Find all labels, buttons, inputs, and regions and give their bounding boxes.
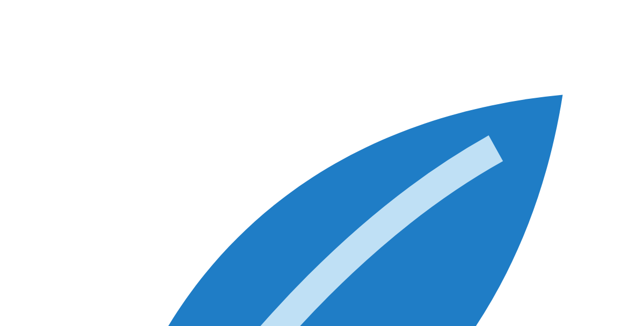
magpie-window: Magpie 主页 缩放模式 配置文件 默认 新建配置 (1, 1, 643, 326)
screenshot-gradient-border: Magpie 主页 缩放模式 配置文件 默认 新建配置 (0, 0, 644, 326)
app-title-row: Magpie (1, 1, 643, 326)
sidebar: Magpie 主页 缩放模式 配置文件 默认 新建配置 (1, 1, 643, 326)
